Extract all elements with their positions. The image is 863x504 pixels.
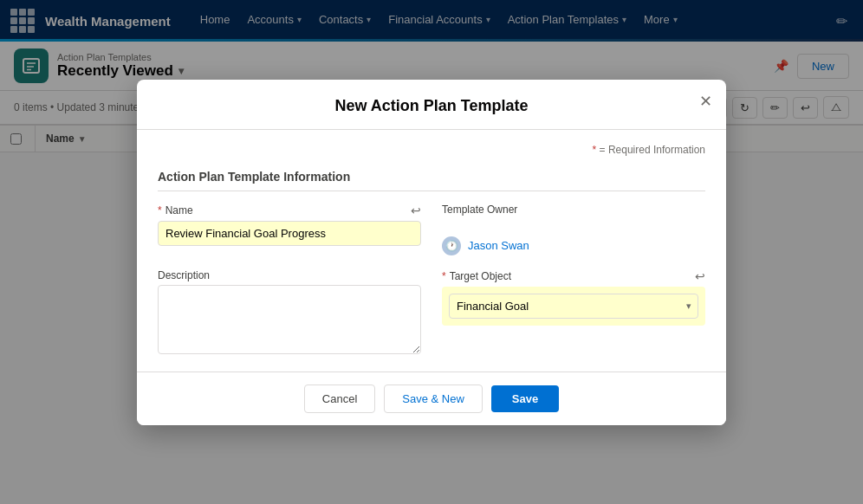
modal-header: New Action Plan Template ✕ bbox=[137, 80, 726, 130]
modal-body: * = Required Information Action Plan Tem… bbox=[137, 130, 726, 153]
modal-overlay[interactable]: New Action Plan Template ✕ * = Required … bbox=[0, 0, 863, 152]
modal-close-button[interactable]: ✕ bbox=[699, 94, 712, 109]
modal: New Action Plan Template ✕ * = Required … bbox=[137, 80, 726, 153]
modal-title: New Action Plan Template bbox=[158, 97, 705, 115]
required-note: * = Required Information bbox=[158, 144, 705, 153]
